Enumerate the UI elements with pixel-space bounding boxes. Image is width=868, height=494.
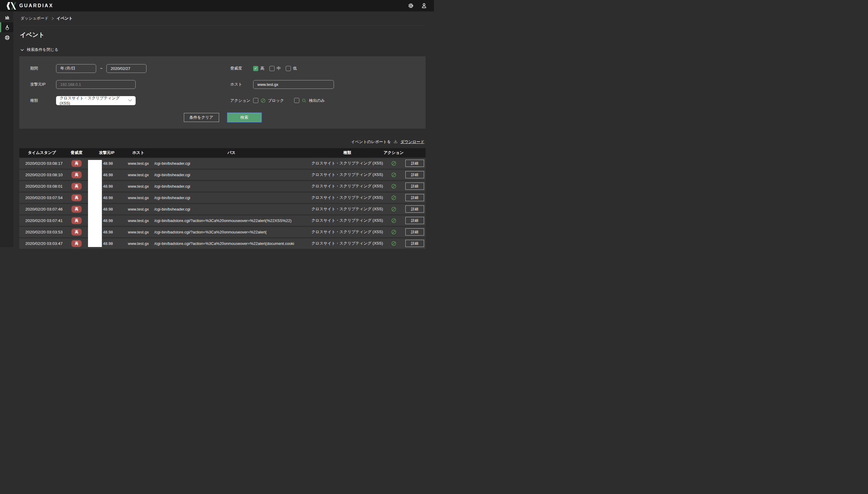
cell-threat: 高 (64, 171, 89, 178)
block-circle-icon (391, 229, 396, 235)
block-circle-icon (391, 195, 396, 201)
type-select-value: クロスサイト・スクリプティング (XSS) (60, 95, 128, 106)
cell-action (383, 218, 404, 224)
download-icon (393, 139, 398, 144)
bar-chart-icon (4, 14, 11, 20)
action-checkbox-detect[interactable]: 検出のみ (294, 98, 325, 103)
threat-badge: 高 (71, 206, 82, 213)
table-row: 2020/02/20 03:08:17 高 48.98 www.test.gx … (19, 158, 426, 169)
cell-threat: 高 (64, 183, 89, 190)
cell-path: /cgi-bin/bsheader.cgi (152, 207, 311, 211)
block-circle-icon (391, 172, 396, 178)
threat-medium-label: 中 (277, 66, 281, 71)
cell-path: /cgi-bin/badstore.cgi/?action=%3Ca%20onm… (152, 241, 311, 246)
host-input[interactable] (253, 80, 334, 89)
block-circle-icon (391, 184, 396, 189)
source-ip-input[interactable] (56, 80, 136, 89)
col-source-ip: 攻撃元IP (89, 150, 125, 155)
ip-redaction-overlay (88, 160, 102, 247)
logo-icon (7, 2, 17, 10)
search-button[interactable]: 検索 (227, 113, 261, 122)
cell-host: www.test.gx (125, 218, 152, 223)
detail-button[interactable]: 詳細 (405, 217, 424, 224)
account-button[interactable] (421, 2, 427, 9)
app-logo[interactable]: GUARDIAX (7, 2, 53, 10)
filter-collapse-toggle[interactable]: 検索条件を閉じる (20, 47, 58, 52)
detail-button[interactable]: 詳細 (405, 194, 424, 201)
cell-threat: 高 (64, 229, 89, 235)
cell-type: クロスサイト・スクリプティング (XSS) (311, 218, 383, 223)
filter-toggle-label: 検索条件を閉じる (27, 47, 58, 52)
col-host: ホスト (125, 150, 152, 155)
events-table: タイムスタンプ 脅威度 攻撃元IP ホスト パス 種類 アクション 2020/0… (19, 148, 426, 247)
sidebar (0, 12, 13, 247)
cell-type: クロスサイト・スクリプティング (XSS) (311, 195, 383, 200)
settings-button[interactable] (407, 2, 414, 9)
table-row: 2020/02/20 03:07:46 高 48.98 www.test.gx … (19, 204, 426, 214)
cell-path: /cgi-bin/badstore.cgi/?action=%3Ca%20onm… (152, 218, 311, 223)
cell-timestamp: 2020/02/20 03:03:47 (19, 241, 64, 246)
report-download-row: イベントのレポートを ダウンロード (19, 139, 426, 145)
download-link[interactable]: ダウンロード (400, 139, 424, 145)
date-from-input[interactable] (56, 64, 96, 73)
search-panel: 期間 ~ 脅威度 高 中 低 (19, 56, 426, 129)
sidebar-item-events[interactable] (0, 22, 13, 32)
col-path: パス (152, 150, 311, 155)
block-circle-icon (391, 206, 396, 212)
cell-host: www.test.gx (125, 161, 152, 166)
detail-button[interactable]: 詳細 (405, 171, 424, 178)
cell-type: クロスサイト・スクリプティング (XSS) (311, 184, 383, 189)
clear-conditions-button[interactable]: 条件をクリア (184, 113, 219, 122)
detail-button[interactable]: 詳細 (405, 160, 424, 167)
detail-button[interactable]: 詳細 (405, 240, 424, 247)
cell-type: クロスサイト・スクリプティング (XSS) (311, 172, 383, 177)
cell-host: www.test.gx (125, 184, 152, 189)
cell-type: クロスサイト・スクリプティング (XSS) (311, 160, 383, 166)
cell-timestamp: 2020/02/20 03:08:17 (19, 161, 64, 166)
action-checkbox-block[interactable]: ブロック (253, 98, 284, 103)
cell-detail: 詳細 (404, 240, 426, 247)
cell-action (383, 195, 404, 201)
threat-checkbox-medium[interactable]: 中 (270, 66, 281, 71)
threat-checkbox-low[interactable]: 低 (286, 66, 297, 71)
block-circle-icon (391, 218, 396, 224)
threat-low-label: 低 (293, 66, 297, 71)
cell-timestamp: 2020/02/20 03:07:41 (19, 218, 64, 223)
detail-button[interactable]: 詳細 (405, 228, 424, 235)
threat-checkbox-high[interactable]: 高 (253, 66, 264, 71)
cell-type: クロスサイト・スクリプティング (XSS) (311, 241, 383, 246)
sidebar-item-network[interactable] (0, 33, 13, 42)
cell-path: /cgi-bin/bsheader.cgi (152, 195, 311, 200)
gear-icon (407, 2, 414, 9)
sidebar-item-dashboard[interactable] (0, 12, 13, 22)
cell-action (383, 160, 404, 166)
cell-timestamp: 2020/02/20 03:08:10 (19, 173, 64, 177)
cell-detail: 詳細 (404, 194, 426, 201)
threat-badge: 高 (71, 183, 82, 190)
block-circle-icon (260, 98, 266, 103)
type-select[interactable]: クロスサイト・スクリプティング (XSS) (56, 96, 136, 105)
cell-detail: 詳細 (404, 217, 426, 224)
threat-label: 脅威度 (230, 66, 253, 71)
action-block-label: ブロック (268, 98, 284, 103)
date-to-input[interactable] (106, 64, 146, 73)
detail-button[interactable]: 詳細 (405, 183, 424, 190)
breadcrumb: ダッシュボード イベント (19, 12, 426, 25)
cell-threat: 高 (64, 206, 89, 213)
chevron-right-icon (51, 16, 54, 21)
cell-threat: 高 (64, 194, 89, 201)
report-prefix: イベントのレポートを (351, 139, 391, 145)
col-type: 種類 (311, 150, 383, 155)
cell-path: /cgi-bin/bsheader.cgi (152, 161, 311, 166)
cell-threat: 高 (64, 217, 89, 224)
cell-path: /cgi-bin/badstore.cgi/?action=%3Ca%20onm… (152, 230, 311, 234)
action-label: アクション (230, 98, 253, 103)
threat-badge: 高 (71, 240, 82, 247)
checkbox-checked-icon (253, 66, 258, 71)
checkbox-icon (294, 98, 299, 103)
cell-action (383, 206, 404, 212)
block-circle-icon (391, 241, 396, 246)
cell-timestamp: 2020/02/20 03:07:46 (19, 207, 64, 211)
detail-button[interactable]: 詳細 (405, 205, 424, 213)
breadcrumb-dashboard[interactable]: ダッシュボード (20, 16, 49, 21)
